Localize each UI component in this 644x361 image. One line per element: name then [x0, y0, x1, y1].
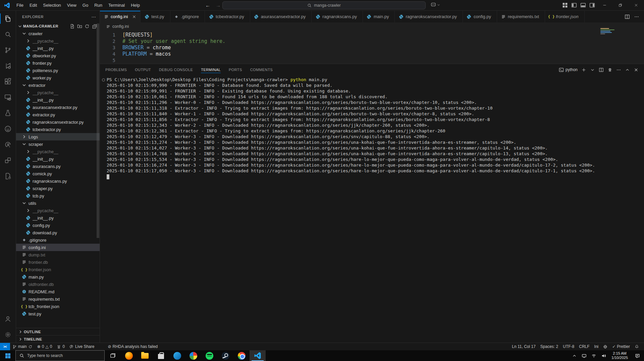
tree-item[interactable]: ragnarokscans.py — [16, 177, 100, 185]
terminal-dropdown-icon[interactable] — [590, 67, 595, 72]
remote-indicator[interactable]: >< — [0, 343, 10, 350]
taskbar-app-store[interactable] — [153, 350, 169, 361]
language-mode-item[interactable]: Ini — [592, 343, 601, 350]
panel-tab[interactable]: PORTS — [229, 64, 242, 75]
editor-tab[interactable]: config.py — [463, 11, 497, 22]
tree-item[interactable]: dump.txt — [16, 251, 100, 258]
tree-item[interactable]: { } frontier.json — [16, 266, 100, 273]
editor-tab[interactable]: main.py — [363, 11, 395, 22]
tree-item[interactable]: __init__.py — [16, 45, 100, 52]
copilot-menu[interactable] — [431, 2, 440, 7]
tree-item[interactable]: crawler — [16, 30, 100, 37]
tree-item[interactable]: test.py — [16, 310, 100, 317]
taskbar-app-chrome[interactable] — [233, 350, 250, 361]
taskbar-app-steam[interactable] — [217, 350, 233, 361]
github-icon[interactable] — [0, 121, 16, 137]
toggle-sidebar-right-icon[interactable] — [589, 2, 595, 8]
breadcrumb[interactable]: config.ini — [100, 22, 644, 31]
split-terminal-icon[interactable] — [599, 67, 604, 72]
tree-item[interactable]: scraper.py — [16, 185, 100, 192]
menu-item[interactable]: Run — [91, 0, 105, 10]
close-panel-icon[interactable] — [634, 67, 639, 72]
linked-editors-icon[interactable] — [0, 153, 16, 168]
tab-close-icon[interactable] — [130, 14, 137, 19]
tree-item[interactable]: frontier.py — [16, 59, 100, 67]
menu-item[interactable]: View — [64, 0, 79, 10]
menu-item[interactable]: Terminal — [105, 0, 128, 10]
taskbar-clock[interactable]: 2:15 AM 1/10/2025 — [608, 351, 631, 360]
tree-item[interactable]: comick.py — [16, 170, 100, 177]
dev-config-icon[interactable] — [0, 168, 16, 184]
volume-tray-icon[interactable] — [599, 350, 608, 361]
explorer-icon[interactable] — [0, 11, 16, 26]
tree-item[interactable]: __pycache__ — [16, 207, 100, 214]
outline-section[interactable]: OUTLINE — [16, 328, 100, 335]
tree-item[interactable]: frontier.db — [16, 258, 100, 266]
terminal-shell-label[interactable]: python — [559, 67, 578, 72]
maximize-panel-icon[interactable] — [625, 67, 630, 72]
tree-item[interactable]: config.py — [16, 222, 100, 229]
panel-tab[interactable]: COMMENTS — [250, 64, 273, 75]
collapse-all-icon[interactable] — [92, 24, 97, 29]
sidebar-scrollbar[interactable] — [97, 23, 99, 238]
menu-item[interactable]: Go — [79, 0, 91, 10]
menu-item[interactable]: Help — [128, 0, 143, 10]
restore-button[interactable] — [612, 0, 628, 10]
panel-tab[interactable]: PROBLEMS — [105, 64, 127, 75]
problems-item[interactable]: ⊗0 △0 — [35, 343, 55, 350]
live-share-icon[interactable] — [0, 137, 16, 153]
editor-tab[interactable]: config.ini — [100, 11, 141, 22]
search-icon[interactable] — [0, 26, 16, 42]
display-tray-icon[interactable] — [579, 350, 589, 361]
back-arrow-icon[interactable]: ← — [205, 2, 210, 8]
indentation-item[interactable]: Spaces: 2 — [538, 343, 560, 350]
taskbar-app-colorful[interactable] — [185, 350, 201, 361]
editor-tab[interactable]: tcbextractor.py — [205, 11, 250, 22]
taskbar-search[interactable]: Type here to search — [15, 350, 105, 361]
refresh-icon[interactable] — [85, 24, 90, 29]
tree-item[interactable]: __init__.py — [16, 96, 100, 104]
customize-layout-icon[interactable] — [562, 2, 568, 8]
taskbar-app-file-explorer[interactable] — [137, 350, 153, 361]
tree-item[interactable]: extractor — [16, 81, 100, 89]
encoding-item[interactable]: UTF-8 — [560, 343, 577, 350]
tree-item[interactable]: tcb.py — [16, 192, 100, 199]
tree-item[interactable]: tcbextractor.py — [16, 126, 100, 133]
task-view-button[interactable] — [105, 350, 121, 361]
editor-tab[interactable]: requirements.txt — [497, 11, 545, 22]
run-debug-icon[interactable] — [0, 58, 16, 74]
explorer-more-actions-icon[interactable]: ⋯ — [92, 14, 97, 19]
live-share-item[interactable]: Live Share — [67, 343, 97, 350]
tree-item[interactable]: .gitignore — [16, 236, 100, 244]
tree-item[interactable]: oldfrontier.db — [16, 281, 100, 288]
timeline-section[interactable]: TIMELINE — [16, 335, 100, 343]
new-folder-icon[interactable] — [77, 24, 82, 29]
menu-item[interactable]: File — [13, 0, 26, 10]
hidden-icons-chevron[interactable] — [570, 350, 579, 361]
source-control-icon[interactable] — [0, 42, 16, 58]
forward-arrow-icon[interactable]: → — [216, 2, 221, 8]
account-icon[interactable] — [0, 311, 16, 327]
tree-item[interactable]: scraper — [16, 140, 100, 148]
tree-item[interactable]: requirements.txt — [16, 295, 100, 303]
panel-more-actions-icon[interactable] — [616, 67, 621, 72]
tree-item[interactable]: download.py — [16, 229, 100, 236]
minimap[interactable] — [600, 28, 617, 35]
tree-item[interactable]: __pycache__ — [16, 89, 100, 96]
tree-item[interactable]: asurascansextractor.py — [16, 104, 100, 111]
editor-tab[interactable]: ragnarokscansextractor.py — [395, 11, 463, 22]
testing-icon[interactable] — [0, 105, 16, 121]
toggle-panel-icon[interactable] — [580, 2, 586, 8]
ports-item[interactable]: 0 — [54, 343, 67, 350]
settings-gear-icon[interactable] — [0, 327, 16, 343]
command-center-search[interactable]: manga-crawler — [222, 1, 426, 9]
more-actions-icon[interactable] — [634, 14, 639, 19]
editor-tab[interactable]: ragnarokscans.py — [312, 11, 363, 22]
start-button[interactable] — [0, 350, 15, 361]
git-branch-item[interactable]: main — [10, 343, 35, 350]
browser-preview-item[interactable] — [601, 343, 610, 350]
taskbar-app-vscode[interactable] — [250, 350, 266, 361]
tree-item[interactable]: main.py — [16, 273, 100, 281]
new-terminal-icon[interactable] — [581, 67, 586, 72]
cursor-position-item[interactable]: Ln 11, Col 17 — [509, 343, 538, 350]
